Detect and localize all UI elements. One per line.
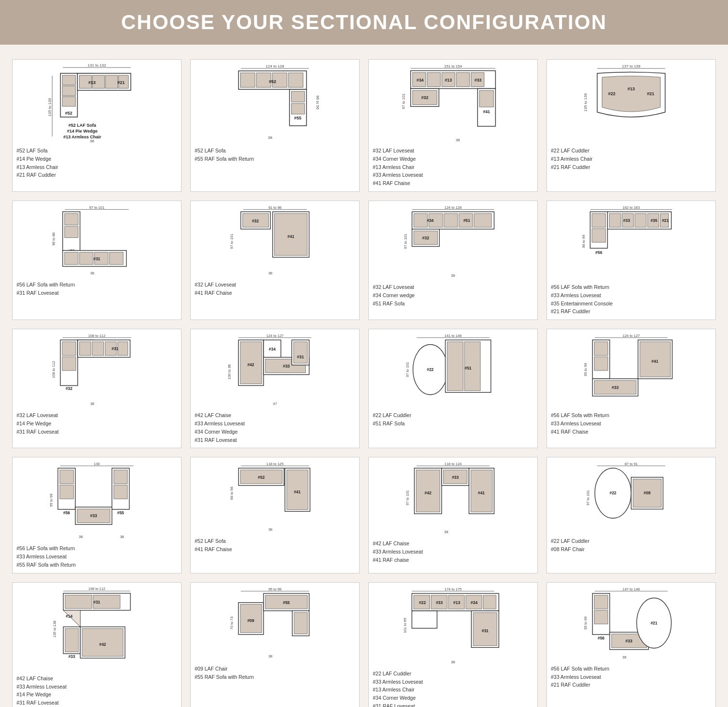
config-10[interactable]: 124 to 127 100 to 98 47 #42 #34 #33 [190, 329, 360, 448]
svg-text:#56: #56 [596, 250, 602, 255]
svg-text:124 to 128: 124 to 128 [445, 205, 462, 209]
svg-text:108 to 112: 108 to 112 [51, 361, 56, 378]
svg-text:38: 38 [451, 273, 455, 278]
config-5[interactable]: 97 to 101 96 to 88 38 #56 #31 [12, 201, 182, 320]
svg-text:#41: #41 [287, 234, 294, 238]
config-row-4: 130 95 to 99 38 38 #56 #33 [12, 457, 716, 573]
svg-text:#13 Armless Chair: #13 Armless Chair [63, 135, 101, 139]
svg-rect-183 [114, 485, 127, 499]
svg-rect-175 [60, 470, 73, 484]
config-13-desc: #56 LAF Sofa with Return#33 Armless Love… [17, 544, 177, 569]
svg-text:#22: #22 [610, 491, 616, 496]
svg-text:38: 38 [622, 655, 626, 659]
svg-text:#22: #22 [427, 367, 433, 372]
svg-rect-42 [427, 72, 440, 86]
config-7[interactable]: 124 to 128 97 to 101 38 #34 #51 [368, 201, 538, 320]
config-1[interactable]: 131 to 132 135 to 139 38 #52 #14 [12, 59, 182, 192]
svg-text:#14: #14 [66, 614, 72, 619]
config-6-desc: #32 LAF Loveseat#41 RAF Chaise [195, 281, 355, 297]
svg-rect-6 [63, 75, 76, 85]
svg-text:147 to 148: 147 to 148 [623, 587, 640, 591]
config-16[interactable]: 87 to 91 97 to 101 #22 #08 #22 LAF Cuddl… [546, 457, 716, 573]
config-10-desc: #42 LAF Chaise#33 Armless Loveseat#34 Co… [195, 411, 355, 444]
svg-text:124 to 128: 124 to 128 [266, 64, 284, 68]
svg-rect-127 [80, 342, 91, 355]
svg-text:97 to 101: 97 to 101 [89, 205, 104, 209]
svg-rect-67 [65, 226, 78, 237]
config-18[interactable]: 95 to 99 70 to 73 38 #09 #55 #09 LAF Cha… [190, 582, 360, 707]
page-title: CHOOSE YOUR SECTIONAL CONFIGURATION [15, 11, 713, 34]
svg-text:95 to 99: 95 to 99 [268, 587, 281, 591]
config-17[interactable]: 108 to 112 135 to 138 #31 #14 #33 [12, 582, 182, 707]
svg-text:#32: #32 [421, 95, 429, 100]
svg-rect-8 [63, 97, 76, 106]
config-12[interactable]: 124 to 127 95 to 99 #56 #33 #41 [546, 329, 716, 448]
svg-text:#41: #41 [651, 359, 658, 364]
config-13[interactable]: 130 95 to 99 38 38 #56 #33 [12, 457, 182, 573]
svg-text:#13: #13 [453, 600, 460, 605]
config-19[interactable]: 174 to 175 101 to 65 38 #22 #33 #13 #34 [368, 582, 538, 707]
config-row-3: 108 to 112 108 to 112 38 #32 #14 [12, 329, 716, 448]
config-16-desc: #22 LAF Cuddler#08 RAF Chair [551, 537, 711, 554]
svg-rect-50 [480, 90, 494, 107]
config-9[interactable]: 108 to 112 108 to 112 38 #32 #14 [12, 329, 182, 448]
config-8[interactable]: 162 to 163 96 to 99 #56 #33 [546, 201, 716, 320]
svg-text:#21: #21 [647, 91, 654, 96]
svg-text:#08: #08 [644, 491, 650, 496]
svg-text:97 to 101: 97 to 101 [403, 234, 408, 249]
svg-text:#55: #55 [294, 116, 301, 120]
svg-text:#33: #33 [68, 655, 75, 659]
svg-text:97 to 101: 97 to 101 [230, 234, 234, 249]
svg-text:#33: #33 [626, 638, 632, 643]
config-18-desc: #09 LAF Chair#55 RAF Sofa with Return [195, 665, 355, 681]
svg-text:#22: #22 [419, 600, 426, 605]
config-4[interactable]: 137 to 139 135 to 139 #22 #13 #21 #22 LA… [546, 59, 716, 192]
svg-text:#31: #31 [93, 256, 100, 261]
svg-text:38: 38 [444, 530, 448, 535]
svg-text:70 to 73: 70 to 73 [230, 616, 234, 629]
svg-text:#33: #33 [475, 78, 482, 83]
svg-text:96 to 99: 96 to 99 [581, 235, 586, 248]
config-12-desc: #56 LAF Sofa with Return#33 Armless Love… [551, 411, 711, 436]
svg-text:91 to 98: 91 to 98 [268, 205, 281, 209]
svg-rect-33 [292, 91, 305, 102]
svg-text:#09: #09 [248, 618, 254, 623]
config-6[interactable]: 91 to 98 97 to 101 38 #32 #41 #32 LAF Lo… [190, 201, 360, 320]
svg-text:95 to 99: 95 to 99 [49, 494, 53, 507]
config-11[interactable]: 141 to 146 97 to 101 #22 #51 #22 LAF Cud… [368, 329, 538, 448]
svg-rect-92 [444, 214, 458, 227]
svg-rect-94 [474, 214, 492, 227]
svg-text:118 to 124: 118 to 124 [445, 462, 462, 466]
svg-text:#21: #21 [650, 621, 657, 625]
svg-text:#34: #34 [427, 218, 433, 223]
config-14[interactable]: 118 to 125 66 to 56 38 #52 #41 #52 LAF S… [190, 457, 360, 573]
svg-text:135 to 139: 135 to 139 [48, 98, 52, 117]
svg-rect-122 [62, 357, 76, 370]
svg-text:#13: #13 [628, 86, 635, 91]
svg-text:38: 38 [268, 527, 272, 532]
svg-text:#33: #33 [623, 218, 630, 223]
config-5-desc: #56 LAF Sofa with Return#31 RAF Loveseat [17, 281, 177, 297]
svg-text:#32: #32 [422, 236, 429, 240]
config-3[interactable]: 151 to 154 97 to 101 38 #34 #13 #33 [368, 59, 538, 192]
svg-text:#31: #31 [297, 354, 304, 359]
svg-text:96 to 56: 96 to 56 [315, 96, 320, 110]
svg-text:#55: #55 [283, 600, 290, 605]
svg-text:#32: #32 [252, 219, 259, 223]
svg-text:141 to 146: 141 to 146 [445, 334, 462, 338]
svg-text:174 to 175: 174 to 175 [445, 587, 462, 591]
svg-text:135 to 138: 135 to 138 [52, 621, 57, 638]
svg-text:#34: #34 [269, 347, 276, 352]
svg-text:#33: #33 [452, 475, 459, 480]
svg-text:#21: #21 [117, 80, 125, 85]
config-15[interactable]: 118 to 124 97 to 101 38 #42 #33 #41 [368, 457, 538, 573]
config-7-desc: #32 LAF Loveseat#34 Corner wedge#51 RAF … [373, 283, 533, 307]
config-20[interactable]: 147 to 148 95 to 99 38 #56 #33 #21 [546, 582, 716, 707]
config-8-desc: #56 LAF Sofa with Return#33 Armless Love… [551, 283, 711, 316]
svg-text:100 to 98: 100 to 98 [227, 364, 232, 379]
config-row-2: 97 to 101 96 to 88 38 #56 #31 [12, 201, 716, 320]
svg-text:97 to 101: 97 to 101 [402, 93, 406, 109]
svg-rect-30 [289, 73, 303, 87]
svg-text:38: 38 [268, 270, 272, 275]
config-2[interactable]: 124 to 128 96 to 56 38 #52 #55 [190, 59, 360, 192]
